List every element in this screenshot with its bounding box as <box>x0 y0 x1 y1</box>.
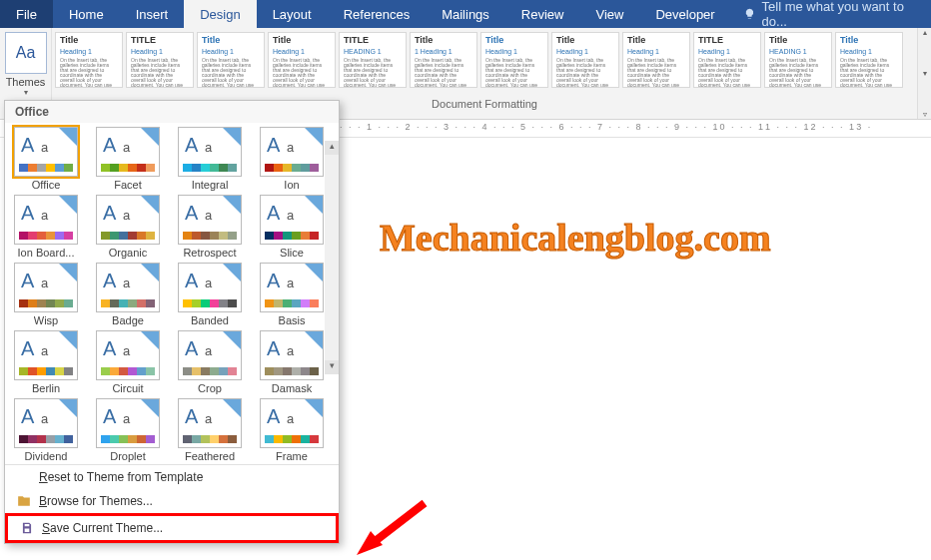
themes-panel-footer: Reset to Theme from Template Browse for … <box>5 464 339 543</box>
reset-accel: R <box>39 470 48 484</box>
style-set-thumb[interactable]: TitleHeading 1On the Insert tab, the gal… <box>197 32 265 88</box>
theme-swatch: Aa <box>96 398 160 448</box>
theme-name-label: Droplet <box>110 450 145 462</box>
theme-item-wisp[interactable]: AaWisp <box>11 263 81 326</box>
theme-name-label: Slice <box>280 247 304 259</box>
themes-label: Themes <box>6 76 46 88</box>
theme-name-label: Feathered <box>185 450 235 462</box>
theme-item-organic[interactable]: AaOrganic <box>93 195 163 259</box>
theme-item-retrospect[interactable]: AaRetrospect <box>175 195 245 259</box>
theme-swatch: Aa <box>260 127 324 177</box>
style-set-thumb[interactable]: TitleHeading 1On the Insert tab, the gal… <box>480 32 548 88</box>
theme-swatch: Aa <box>260 398 324 448</box>
theme-name-label: Retrospect <box>183 247 236 259</box>
theme-item-slice[interactable]: AaSlice <box>257 195 327 259</box>
theme-name-label: Basis <box>279 314 306 326</box>
tab-home[interactable]: Home <box>53 0 120 28</box>
theme-item-ion[interactable]: AaIon <box>257 127 327 191</box>
theme-name-label: Integral <box>192 179 229 191</box>
themes-dropdown: Office AaOfficeAaFacetAaIntegralAaIonAaI… <box>4 100 340 544</box>
theme-item-droplet[interactable]: AaDroplet <box>93 398 163 462</box>
styleset-scroll[interactable]: ▴ ▾ ▿ <box>917 28 931 119</box>
style-set-thumb[interactable]: TitleHEADING 1On the Insert tab, the gal… <box>764 32 832 88</box>
theme-swatch: Aa <box>260 263 324 312</box>
theme-item-basis[interactable]: AaBasis <box>257 263 327 326</box>
theme-item-feathered[interactable]: AaFeathered <box>175 398 245 462</box>
style-set-thumb[interactable]: TITLEHeading 1On the Insert tab, the gal… <box>126 32 194 88</box>
tab-developer[interactable]: Developer <box>639 0 730 28</box>
theme-name-label: Frame <box>276 450 308 462</box>
theme-swatch: Aa <box>14 263 78 312</box>
tab-review[interactable]: Review <box>505 0 580 28</box>
style-set-thumb[interactable]: TitleHeading 1On the Insert tab, the gal… <box>622 32 690 88</box>
theme-item-banded[interactable]: AaBanded <box>175 263 245 326</box>
style-set-thumb[interactable]: TitleHeading 1On the Insert tab, the gal… <box>268 32 336 88</box>
browse-label-rest: rowse for Themes... <box>47 494 153 508</box>
theme-item-crop[interactable]: AaCrop <box>175 330 245 394</box>
theme-name-label: Banded <box>191 314 229 326</box>
bulb-icon <box>743 7 756 21</box>
theme-item-integral[interactable]: AaIntegral <box>175 127 245 191</box>
themes-button[interactable]: Aa <box>5 32 47 74</box>
theme-item-circuit[interactable]: AaCircuit <box>93 330 163 394</box>
browse-accel: B <box>39 494 47 508</box>
theme-item-office[interactable]: AaOffice <box>11 127 81 191</box>
watermark-text: Mechanicalengblog.com <box>380 216 771 260</box>
chevron-up-icon[interactable]: ▴ <box>918 28 931 37</box>
theme-item-facet[interactable]: AaFacet <box>93 127 163 191</box>
tab-layout[interactable]: Layout <box>257 0 328 28</box>
themes-scrollbar[interactable]: ▴ ▾ <box>325 141 339 374</box>
tell-me-search[interactable]: Tell me what you want to do... <box>731 0 931 28</box>
more-icon[interactable]: ▿ <box>918 110 931 119</box>
theme-swatch: Aa <box>96 263 160 312</box>
theme-swatch: Aa <box>178 263 242 312</box>
theme-item-ion-board-[interactable]: AaIon Board... <box>11 195 81 259</box>
browse-themes-item[interactable]: Browse for Themes... <box>5 489 339 513</box>
style-set-thumb[interactable]: TitleHeading 1On the Insert tab, the gal… <box>551 32 619 88</box>
theme-item-badge[interactable]: AaBadge <box>93 263 163 326</box>
tab-view[interactable]: View <box>579 0 639 28</box>
style-set-thumb[interactable]: TITLEHeading 1On the Insert tab, the gal… <box>693 32 761 88</box>
style-set-thumb[interactable]: Title1 Heading 1On the Insert tab, the g… <box>410 32 477 88</box>
theme-item-berlin[interactable]: AaBerlin <box>11 330 81 394</box>
theme-name-label: Facet <box>114 179 142 191</box>
theme-item-damask[interactable]: AaDamask <box>257 330 327 394</box>
theme-name-label: Organic <box>109 247 148 259</box>
theme-swatch: Aa <box>14 127 78 177</box>
style-set-thumb[interactable]: TitleHeading 1On the Insert tab, the gal… <box>835 32 903 88</box>
theme-swatch: Aa <box>14 398 78 448</box>
theme-name-label: Crop <box>198 382 222 394</box>
style-set-thumb[interactable]: TitleHeading 1On the Insert tab, the gal… <box>55 32 123 88</box>
theme-item-frame[interactable]: AaFrame <box>257 398 327 462</box>
reset-label-rest: eset to Theme from Template <box>48 470 204 484</box>
save-current-theme-item[interactable]: Save Current Theme... <box>5 513 339 543</box>
theme-swatch: Aa <box>96 127 160 177</box>
ruler-marks: · · · 1 · · · 2 · · · 3 · · · 4 · · · 5 … <box>340 122 872 132</box>
scroll-down-icon[interactable]: ▾ <box>325 360 339 374</box>
tab-mailings[interactable]: Mailings <box>426 0 505 28</box>
annotation-arrow-icon <box>355 497 435 557</box>
tab-references[interactable]: References <box>328 0 426 28</box>
theme-name-label: Ion Board... <box>18 247 75 259</box>
file-tab[interactable]: File <box>0 0 53 28</box>
reset-theme-item[interactable]: Reset to Theme from Template <box>5 465 339 489</box>
style-set-thumb[interactable]: TITLEHEADING 1On the Insert tab, the gal… <box>339 32 407 88</box>
theme-name-label: Dividend <box>25 450 68 462</box>
theme-name-label: Office <box>32 179 61 191</box>
scroll-up-icon[interactable]: ▴ <box>325 141 339 155</box>
theme-swatch: Aa <box>260 195 324 245</box>
chevron-down-icon[interactable]: ▾ <box>918 69 931 78</box>
theme-swatch: Aa <box>178 195 242 245</box>
theme-swatch: Aa <box>260 330 324 380</box>
tab-insert[interactable]: Insert <box>120 0 185 28</box>
theme-swatch: Aa <box>14 330 78 380</box>
chevron-down-icon: ▾ <box>24 88 28 97</box>
theme-item-dividend[interactable]: AaDividend <box>11 398 81 462</box>
theme-swatch: Aa <box>178 330 242 380</box>
theme-swatch: Aa <box>96 195 160 245</box>
save-accel: S <box>42 521 50 535</box>
tab-design[interactable]: Design <box>184 0 256 28</box>
theme-name-label: Berlin <box>32 382 60 394</box>
theme-swatch: Aa <box>178 398 242 448</box>
theme-swatch: Aa <box>178 127 242 177</box>
